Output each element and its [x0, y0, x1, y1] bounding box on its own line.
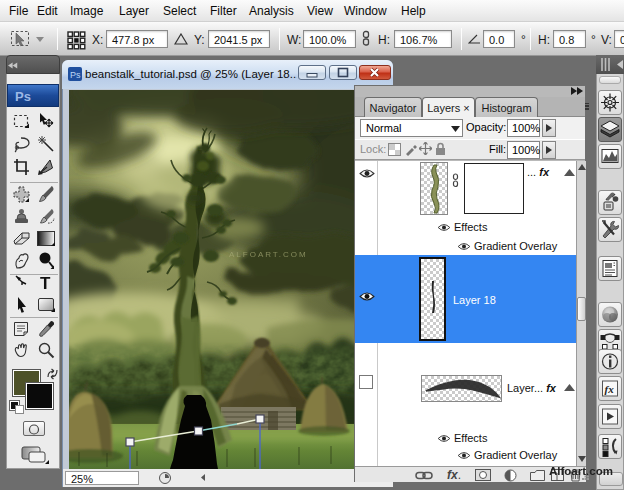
svg-text:ALFOART.COM: ALFOART.COM	[229, 250, 308, 259]
svg-text:Ps: Ps	[70, 70, 81, 80]
svg-text:fx: fx	[605, 383, 615, 395]
